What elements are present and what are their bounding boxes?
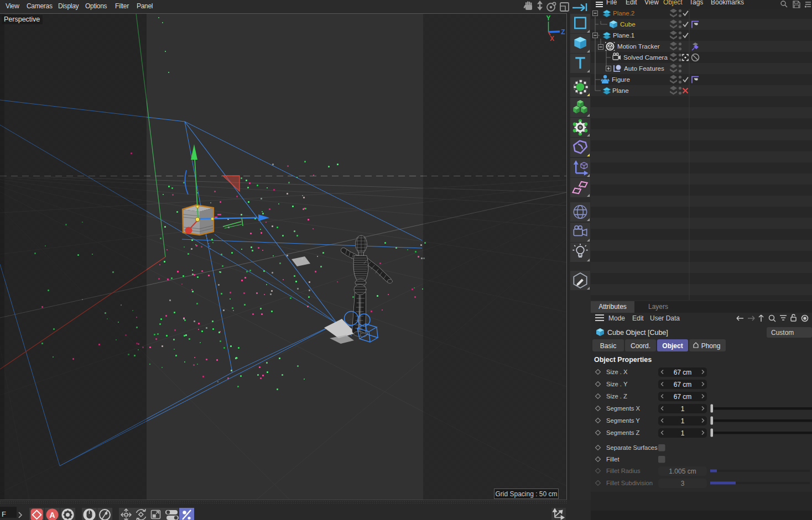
svg-text:Fillet Radius: Fillet Radius (606, 468, 641, 474)
svg-text:Separate Surfaces: Separate Surfaces (606, 444, 658, 451)
svg-text:Solved Camera: Solved Camera (623, 54, 668, 61)
svg-text:1: 1 (681, 405, 685, 413)
svg-text:X: X (550, 35, 554, 43)
svg-text:Size . Y: Size . Y (606, 381, 628, 387)
svg-text:Segments Z: Segments Z (606, 429, 639, 436)
svg-text:User Data: User Data (650, 314, 680, 322)
svg-text:Figure: Figure (612, 76, 630, 83)
svg-text:3: 3 (681, 480, 685, 487)
svg-text:67 cm: 67 cm (674, 393, 692, 401)
svg-text:Object Properties: Object Properties (594, 356, 652, 364)
svg-text:Motion Tracker: Motion Tracker (617, 43, 660, 50)
svg-text:1.005 cm: 1.005 cm (669, 468, 696, 475)
svg-text:Basic: Basic (600, 342, 616, 350)
svg-text:A: A (49, 511, 55, 519)
svg-text:Plane.1: Plane.1 (613, 31, 634, 39)
svg-text:Coord.: Coord. (631, 342, 650, 350)
svg-text:Custom: Custom (771, 329, 794, 337)
svg-text:Segments Y: Segments Y (606, 417, 640, 424)
svg-text:1: 1 (681, 417, 685, 425)
svg-text:Object: Object (662, 342, 683, 350)
svg-text:1: 1 (681, 429, 685, 437)
svg-text:F: F (2, 510, 6, 518)
svg-text:Mode: Mode (608, 314, 625, 322)
svg-text:Plane: Plane (612, 87, 629, 94)
svg-text:Fillet Subdivision: Fillet Subdivision (606, 480, 653, 486)
svg-text:Plane.2: Plane.2 (613, 9, 634, 17)
svg-text:67 cm: 67 cm (674, 381, 692, 388)
svg-text:Z: Z (561, 28, 565, 36)
svg-text:Auto Features: Auto Features (624, 65, 664, 72)
svg-text:Edit: Edit (632, 314, 644, 322)
svg-text:Size . X: Size . X (606, 369, 628, 375)
svg-text:Y: Y (546, 14, 550, 22)
svg-text:Cube Object [Cube]: Cube Object [Cube] (607, 329, 668, 337)
svg-text:Cube: Cube (620, 20, 636, 28)
svg-text:Segments X: Segments X (606, 405, 640, 412)
svg-text:Fillet: Fillet (606, 456, 620, 463)
svg-text:67 cm: 67 cm (674, 369, 692, 376)
svg-text:Size . Z: Size . Z (606, 393, 627, 400)
svg-text:Phong: Phong (701, 342, 721, 350)
